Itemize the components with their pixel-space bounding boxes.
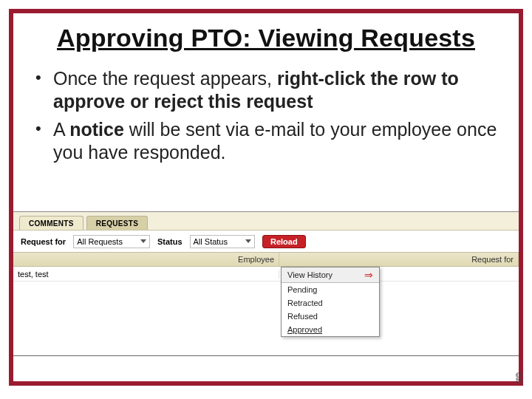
bullet-list: Once the request appears, right-click th… bbox=[30, 67, 502, 164]
bullet-1-pre: Once the request appears, bbox=[53, 68, 277, 89]
filter-bar: Request for All Requests Status All Stat… bbox=[13, 230, 519, 252]
status-label: Status bbox=[157, 237, 183, 246]
status-dropdown[interactable]: All Status bbox=[190, 235, 255, 248]
grid-header: Employee Request for bbox=[13, 252, 519, 267]
bullet-2-pre: A bbox=[53, 119, 69, 140]
bullet-1: Once the request appears, right-click th… bbox=[34, 67, 502, 114]
tab-requests[interactable]: REQUESTS bbox=[86, 216, 148, 230]
request-for-label: Request for bbox=[21, 237, 66, 246]
menu-approved[interactable]: Approved bbox=[282, 323, 379, 336]
table-row[interactable]: test, test Time Off bbox=[13, 267, 519, 282]
arrow-right-icon: ⇒ bbox=[364, 270, 373, 280]
menu-view-history[interactable]: View History ⇒ bbox=[282, 267, 379, 283]
status-value: All Status bbox=[194, 237, 228, 246]
col-employee[interactable]: Employee bbox=[13, 253, 279, 266]
bullet-2-bold: notice bbox=[69, 119, 129, 140]
menu-pending[interactable]: Pending bbox=[282, 283, 379, 296]
menu-retracted[interactable]: Retracted bbox=[282, 296, 379, 310]
menu-refused[interactable]: Refused bbox=[282, 310, 379, 323]
slide-frame: Approving PTO: Viewing Requests Once the… bbox=[9, 9, 523, 386]
request-for-value: All Requests bbox=[77, 237, 123, 246]
chevron-down-icon bbox=[245, 239, 251, 243]
context-menu: View History ⇒ Pending Retracted Refused… bbox=[281, 267, 380, 337]
col-request-for[interactable]: Request for bbox=[279, 253, 519, 266]
slide-title: Approving PTO: Viewing Requests bbox=[30, 24, 502, 52]
brand-fragment: g bbox=[515, 365, 523, 384]
tab-strip: COMMENTS REQUESTS bbox=[13, 212, 519, 230]
bullet-2: A notice will be sent via e-mail to your… bbox=[34, 118, 502, 165]
grid-body: test, test Time Off View History ⇒ Pendi… bbox=[13, 267, 519, 355]
tab-comments[interactable]: COMMENTS bbox=[19, 216, 83, 230]
chevron-down-icon bbox=[140, 239, 146, 243]
cell-employee: test, test bbox=[13, 270, 279, 279]
app-screenshot: COMMENTS REQUESTS Request for All Reques… bbox=[13, 211, 519, 356]
reload-button[interactable]: Reload bbox=[262, 235, 306, 248]
request-for-dropdown[interactable]: All Requests bbox=[73, 235, 150, 248]
menu-view-history-label: View History bbox=[287, 270, 332, 279]
